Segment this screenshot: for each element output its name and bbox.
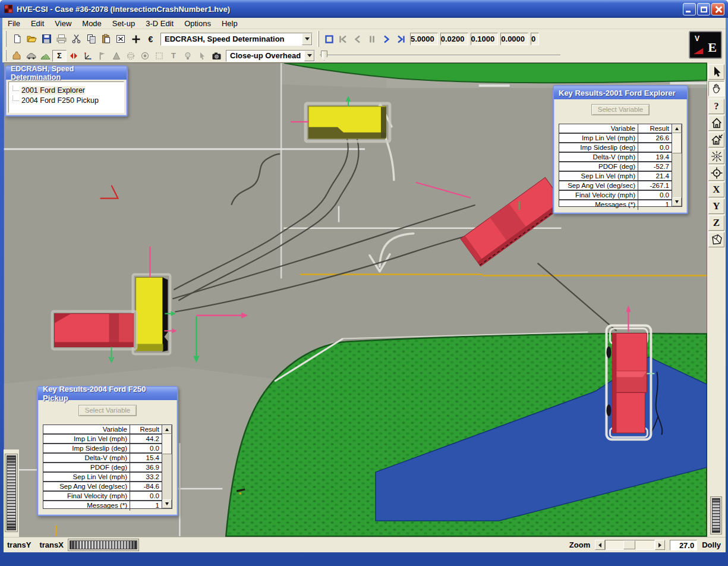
open-icon[interactable]	[24, 32, 39, 46]
view-all-button[interactable]	[708, 149, 724, 164]
tree-item[interactable]: 2004 Ford F250 Pickup	[9, 95, 124, 105]
axes-icon[interactable]	[81, 50, 95, 62]
print-icon[interactable]	[54, 32, 69, 46]
save-icon[interactable]	[39, 32, 54, 46]
minimize-icon	[686, 11, 691, 12]
result-variable-cell: Imp Lin Vel (mph)	[43, 435, 130, 443]
time-field[interactable]: 5.0000	[410, 33, 438, 45]
menu-item[interactable]: View	[49, 19, 77, 28]
scrollbar-thumb[interactable]	[672, 133, 682, 153]
light-icon[interactable]	[181, 50, 195, 62]
menu-item[interactable]: Set-up	[107, 19, 140, 28]
view-combobox[interactable]: Close-up Overhead	[226, 50, 315, 62]
title-bar[interactable]: HVE-CSI - Case #36-2078 (IntersectionCra…	[0, 0, 728, 18]
result-variable-cell: Imp Sideslip (deg)	[559, 143, 638, 152]
time-field[interactable]: 0.0000	[500, 33, 528, 45]
go-to-start-button[interactable]	[336, 33, 351, 45]
key-results-pickup-header[interactable]: Key Results-2004 Ford F250 Pickup	[38, 387, 177, 400]
human-icon[interactable]	[10, 50, 24, 62]
x-axis-button[interactable]: X	[708, 182, 724, 197]
menu-item[interactable]: Edit	[26, 19, 49, 28]
zoom-value-field[interactable]: 27.0	[670, 540, 697, 551]
time-slider[interactable]	[320, 51, 560, 61]
zoom-increase-button[interactable]	[655, 540, 665, 550]
seek-button[interactable]	[708, 165, 724, 181]
go-to-end-button[interactable]	[393, 33, 408, 45]
scroll-up-button[interactable]	[162, 425, 172, 434]
home-arrow-icon	[710, 133, 723, 146]
event-combobox[interactable]: EDCRASH, Speed Determination	[160, 33, 313, 46]
select-variable-button-2[interactable]: Select Variable	[78, 405, 137, 416]
help-button[interactable]: ?	[708, 99, 724, 114]
text-icon[interactable]: T	[166, 50, 181, 62]
select-variable-button[interactable]: Select Variable	[591, 104, 650, 115]
copy-icon[interactable]	[84, 32, 99, 46]
time-slider-thumb[interactable]	[321, 51, 327, 61]
scroll-up-button[interactable]	[672, 124, 682, 133]
vehicle-icon[interactable]	[24, 50, 38, 62]
menu-item[interactable]: File	[2, 19, 26, 28]
rotate-y-thumbwheel[interactable]	[7, 455, 16, 530]
target-icon[interactable]	[138, 50, 152, 62]
calculate-icon[interactable]: Σ	[52, 50, 67, 62]
time-field[interactable]: 0	[531, 33, 539, 45]
view-combobox-arrow[interactable]	[304, 51, 314, 61]
tree-item[interactable]: 2001 Ford Explorer	[9, 85, 124, 95]
result-row: Messages (*) 1	[559, 200, 672, 210]
key-results-explorer-header[interactable]: Key Results-2001 Ford Explorer	[554, 86, 687, 99]
zoom-slider-thumb[interactable]	[623, 540, 635, 549]
event-tree-header[interactable]: EDCRASH, Speed Determination	[6, 67, 127, 80]
results-scrollbar[interactable]	[162, 425, 172, 508]
maximize-button[interactable]	[697, 3, 710, 15]
vehicle-yellow-impact-position[interactable]	[291, 98, 390, 142]
time-field[interactable]: 0.1000	[471, 33, 499, 45]
menu-item[interactable]: 3-D Edit	[140, 19, 179, 28]
help-icon: ?	[714, 101, 719, 112]
zoom-decrease-button[interactable]	[595, 540, 605, 550]
cone-icon[interactable]	[109, 50, 124, 62]
results-table-header: Variable Result	[559, 124, 672, 134]
cut-icon[interactable]	[69, 32, 84, 46]
close-button[interactable]	[711, 3, 724, 15]
pause-button[interactable]	[365, 33, 379, 45]
z-axis-button[interactable]: Z	[708, 215, 724, 231]
scroll-down-button[interactable]	[672, 197, 682, 206]
minimize-button[interactable]	[683, 3, 696, 15]
scrollbar-thumb[interactable]	[162, 434, 172, 454]
flag-icon[interactable]	[95, 50, 109, 62]
environment-icon[interactable]	[38, 50, 52, 62]
pick-icon[interactable]	[195, 50, 209, 62]
zoom-slider[interactable]	[605, 540, 655, 550]
toolbar-grip2[interactable]	[5, 50, 7, 61]
close-view-icon[interactable]	[114, 32, 128, 46]
mesh-plane-icon[interactable]	[152, 50, 166, 62]
set-home-button[interactable]	[708, 132, 724, 147]
arrow-left-icon	[598, 543, 601, 548]
time-field[interactable]: 0.0200	[440, 33, 468, 45]
new-icon[interactable]	[10, 32, 24, 46]
camera-icon[interactable]	[209, 50, 223, 62]
event-combobox-arrow[interactable]	[302, 33, 312, 45]
stop-button[interactable]	[322, 33, 336, 45]
menu-item[interactable]: Mode	[77, 19, 107, 28]
menu-item[interactable]: Options	[179, 19, 216, 28]
add-object-icon[interactable]	[128, 32, 143, 46]
home-button[interactable]	[708, 115, 724, 131]
event-icon[interactable]: €	[143, 32, 158, 46]
step-back-button[interactable]	[351, 33, 365, 45]
y-axis-button[interactable]: Y	[708, 199, 724, 214]
camera-type-button[interactable]	[708, 232, 724, 247]
paste-icon[interactable]	[99, 32, 114, 46]
play-button[interactable]	[379, 33, 393, 45]
scroll-down-button[interactable]	[162, 499, 172, 508]
result-row: Imp Lin Vel (mph) 26.6	[559, 134, 672, 143]
mesh-sphere-icon[interactable]	[124, 50, 138, 62]
playback-options-icon[interactable]	[67, 50, 81, 62]
dolly-thumbwheel[interactable]	[712, 498, 720, 533]
pointer-button[interactable]	[708, 64, 724, 80]
menu-item[interactable]: Help	[216, 19, 243, 28]
trans-x-thumbwheel[interactable]	[70, 540, 137, 549]
results-scrollbar[interactable]	[672, 124, 682, 206]
pan-button[interactable]	[708, 81, 724, 96]
toolbar-grip[interactable]	[5, 31, 7, 46]
